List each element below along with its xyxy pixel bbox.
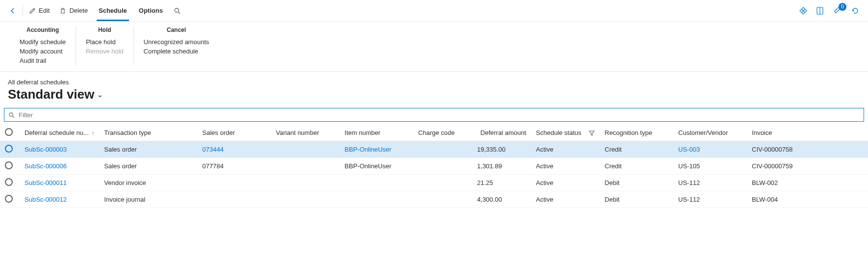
col-customer-vendor[interactable]: Customer/Vendor <box>673 125 747 141</box>
radio-icon <box>5 195 13 203</box>
tabs-host: ScheduleOptions <box>93 0 169 21</box>
cell-item-number <box>340 175 413 191</box>
cell-item-number: BBP-OnlineUser <box>340 158 413 175</box>
ribbon-item[interactable]: Modify account <box>20 47 66 56</box>
col-label: Sales order <box>202 129 235 136</box>
col-label: Customer/Vendor <box>678 129 728 136</box>
col-schedule-num[interactable]: Deferral schedule nu... ↑ <box>20 125 99 141</box>
ribbon-item[interactable]: Modify schedule <box>20 37 66 47</box>
tab-options[interactable]: Options <box>133 0 169 21</box>
cell-deferral-amount: 21.25 <box>472 175 531 191</box>
cell-recognition-type: Credit <box>600 141 673 158</box>
col-schedule-status[interactable]: Schedule status <box>531 125 600 141</box>
cell-item-number-link[interactable]: BBP-OnlineUser <box>344 146 391 153</box>
cell-charge-code <box>413 141 472 158</box>
pencil-icon <box>29 7 36 14</box>
ribbon-item[interactable]: Complete schedule <box>144 47 210 56</box>
cell-transaction-type: Sales order <box>99 158 197 175</box>
cell-sales-order <box>197 191 271 208</box>
table-row[interactable]: SubSc-000011Vendor invoice21.25ActiveDeb… <box>0 175 868 191</box>
funnel-icon <box>589 130 595 136</box>
cell-variant-number <box>271 158 340 175</box>
cell-recognition-type: Debit <box>600 175 673 191</box>
cell-schedule-num[interactable]: SubSc-000006 <box>20 158 99 175</box>
col-label: Schedule status <box>536 129 581 136</box>
col-variant-number[interactable]: Variant number <box>271 125 340 141</box>
col-label: Invoice <box>752 129 772 136</box>
col-deferral-amount[interactable]: Deferral amount <box>472 125 531 141</box>
filter-bar[interactable] <box>4 108 864 122</box>
ribbon-group-title: Accounting <box>20 26 66 37</box>
tab-label: Schedule <box>99 7 127 14</box>
cell-charge-code <box>413 191 472 208</box>
ribbon-item[interactable]: Audit trail <box>20 56 66 65</box>
col-sales-order[interactable]: Sales order <box>197 125 271 141</box>
cell-sales-order: 077784 <box>197 158 271 175</box>
panel-toggle-button[interactable] <box>815 6 825 16</box>
diamond-icon-button[interactable] <box>798 6 808 16</box>
refresh-button[interactable] <box>850 6 860 16</box>
cell-schedule-num-link[interactable]: SubSc-000011 <box>25 179 67 186</box>
edit-button[interactable]: Edit <box>24 0 54 21</box>
cell-transaction-type: Vendor invoice <box>99 175 197 191</box>
select-all-header[interactable] <box>0 125 20 141</box>
top-toolbar-right: 0 <box>798 5 864 17</box>
data-grid: Deferral schedule nu... ↑ Transaction ty… <box>0 125 868 208</box>
cell-schedule-num-link[interactable]: SubSc-000006 <box>25 162 67 170</box>
cell-schedule-status: Active <box>531 158 600 175</box>
delete-button[interactable]: Delete <box>54 0 93 21</box>
cell-customer-vendor-link[interactable]: US-003 <box>678 146 700 153</box>
view-title-label: Standard view <box>8 87 94 102</box>
cell-recognition-type: Credit <box>600 158 673 175</box>
cell-invoice: BLW-004 <box>747 191 868 208</box>
ribbon-group-accounting: AccountingModify scheduleModify accountA… <box>10 26 76 65</box>
table-row[interactable]: SubSc-000012Invoice journal4,300.00Activ… <box>0 191 868 208</box>
attachments-button[interactable]: 0 <box>832 5 843 17</box>
col-invoice[interactable]: Invoice <box>747 125 868 141</box>
toolbar-search-button[interactable] <box>169 0 185 21</box>
table-row[interactable]: SubSc-000006Sales order077784BBP-OnlineU… <box>0 158 868 175</box>
ribbon-group-cancel: CancelUnrecognized amountsComplete sched… <box>134 26 219 65</box>
row-selector[interactable] <box>0 158 20 175</box>
cell-customer-vendor: US-112 <box>673 191 747 208</box>
tab-schedule[interactable]: Schedule <box>93 0 133 21</box>
table-row[interactable]: SubSc-000003Sales order073444BBP-OnlineU… <box>0 141 868 158</box>
col-charge-code[interactable]: Charge code <box>413 125 472 141</box>
cell-sales-order-link[interactable]: 073444 <box>202 146 223 153</box>
radio-icon <box>5 145 13 153</box>
ribbon-item[interactable]: Unrecognized amounts <box>144 37 210 47</box>
back-button[interactable] <box>4 0 22 21</box>
cell-item-number[interactable]: BBP-OnlineUser <box>340 141 413 158</box>
cell-schedule-num-link[interactable]: SubSc-000012 <box>25 196 67 203</box>
row-selector[interactable] <box>0 175 20 191</box>
col-label: Item number <box>344 129 380 136</box>
col-transaction-type[interactable]: Transaction type <box>99 125 197 141</box>
ribbon-item[interactable]: Place hold <box>86 37 124 47</box>
col-label: Transaction type <box>104 129 151 136</box>
panel-icon <box>816 6 824 15</box>
cell-schedule-num[interactable]: SubSc-000012 <box>20 191 99 208</box>
cell-invoice: CIV-00000758 <box>747 141 868 158</box>
cell-transaction-type: Sales order <box>99 141 197 158</box>
cell-customer-vendor: US-105 <box>673 158 747 175</box>
cell-schedule-status: Active <box>531 141 600 158</box>
attachments-count: 0 <box>839 3 846 11</box>
diamond-icon <box>799 6 808 15</box>
row-selector[interactable] <box>0 141 20 158</box>
cell-customer-vendor[interactable]: US-003 <box>673 141 747 158</box>
refresh-icon <box>851 6 860 15</box>
view-selector[interactable]: Standard view ⌄ <box>8 87 860 102</box>
chevron-down-icon: ⌄ <box>97 91 103 99</box>
row-selector[interactable] <box>0 191 20 208</box>
col-item-number[interactable]: Item number <box>340 125 413 141</box>
cell-schedule-num[interactable]: SubSc-000003 <box>20 141 99 158</box>
col-label: Recognition type <box>605 129 652 136</box>
ribbon-group-title: Hold <box>86 26 124 37</box>
cell-schedule-num-link[interactable]: SubSc-000003 <box>25 146 67 153</box>
cell-sales-order[interactable]: 073444 <box>197 141 271 158</box>
cell-schedule-num[interactable]: SubSc-000011 <box>20 175 99 191</box>
col-recognition-type[interactable]: Recognition type <box>600 125 673 141</box>
radio-icon <box>5 178 13 186</box>
top-toolbar: Edit Delete ScheduleOptions 0 <box>0 0 868 22</box>
filter-input[interactable] <box>18 111 860 119</box>
